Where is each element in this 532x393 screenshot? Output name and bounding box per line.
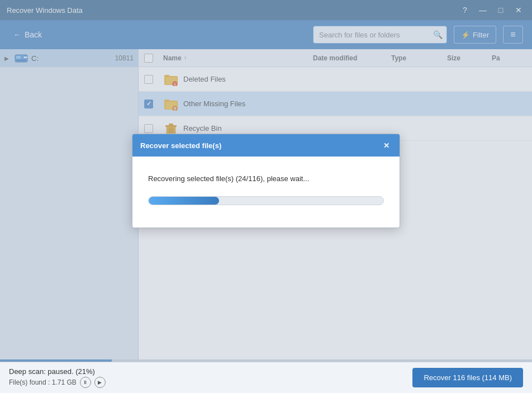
modal-progress-bar: [148, 196, 384, 205]
scan-info: Deep scan: paused. (21%) File(s) found :…: [9, 367, 106, 388]
recover-button[interactable]: Recover 116 files (114 MB): [412, 368, 523, 387]
scan-files: File(s) found : 1.71 GB ⏸ ▶: [9, 377, 106, 388]
modal-message: Recovering selected file(s) (24/116), pl…: [148, 174, 384, 183]
status-bar: Deep scan: paused. (21%) File(s) found :…: [0, 362, 532, 393]
modal-progress-fill: [149, 197, 219, 205]
scan-status: Deep scan: paused. (21%): [9, 367, 106, 376]
modal-overlay: Recover selected file(s) ✕ Recovering se…: [0, 0, 532, 362]
pause-button[interactable]: ⏸: [80, 377, 91, 388]
modal-body: Recovering selected file(s) (24/116), pl…: [132, 157, 400, 228]
modal-header: Recover selected file(s) ✕: [132, 134, 400, 157]
modal-close-button[interactable]: ✕: [381, 140, 392, 151]
recover-button-label: Recover 116 files (114 MB): [424, 373, 512, 382]
modal-title: Recover selected file(s): [140, 141, 221, 150]
files-found-label: File(s) found : 1.71 GB: [9, 378, 77, 386]
recover-modal: Recover selected file(s) ✕ Recovering se…: [132, 134, 400, 228]
play-button[interactable]: ▶: [94, 377, 106, 388]
